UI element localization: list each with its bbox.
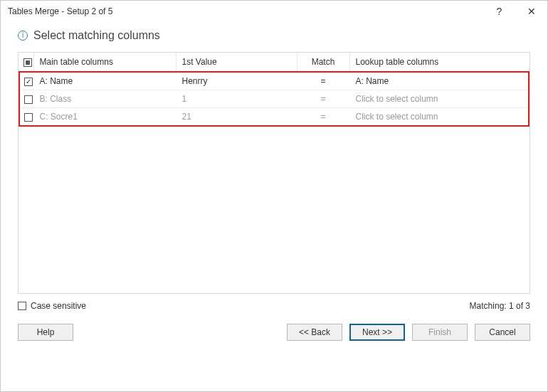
below-table-row: Case sensitive Matching: 1 of 3 bbox=[18, 301, 530, 311]
main-col-cell: C: Socre1 bbox=[33, 108, 176, 127]
dialog-content: i Select matching columns Main table col… bbox=[1, 22, 547, 391]
cancel-button[interactable]: Cancel bbox=[475, 324, 530, 341]
dialog-window: Tables Merge - Setup 2 of 5 ? ✕ i Select… bbox=[0, 0, 548, 392]
table-row[interactable]: B: Class 1 = Click to select column bbox=[19, 90, 529, 108]
first-value-cell: Henrry bbox=[176, 72, 297, 90]
first-value-cell: 1 bbox=[176, 90, 297, 108]
row-checkbox[interactable] bbox=[24, 113, 33, 122]
lookup-cell[interactable]: Click to select column bbox=[349, 108, 529, 127]
header-lookup[interactable]: Lookup table columns bbox=[349, 53, 529, 72]
main-col-cell: B: Class bbox=[33, 90, 176, 108]
header-checkbox-cell[interactable] bbox=[19, 53, 33, 72]
close-button[interactable]: ✕ bbox=[515, 1, 547, 22]
lookup-cell[interactable]: Click to select column bbox=[349, 90, 529, 108]
columns-table-wrap: Main table columns 1st Value Match Looku… bbox=[18, 52, 530, 294]
first-value-cell: 21 bbox=[176, 108, 297, 127]
case-sensitive-option[interactable]: Case sensitive bbox=[18, 301, 86, 311]
rows-highlight-box: ✓ A: Name Henrry = A: Name B: Class 1 = … bbox=[19, 72, 529, 126]
match-cell: = bbox=[297, 90, 349, 108]
matching-count-label: Matching: 1 of 3 bbox=[470, 301, 530, 311]
row-checkbox[interactable]: ✓ bbox=[24, 78, 33, 86]
match-cell: = bbox=[297, 108, 349, 127]
next-button[interactable]: Next >> bbox=[349, 324, 405, 341]
titlebar: Tables Merge - Setup 2 of 5 ? ✕ bbox=[1, 1, 547, 22]
main-col-cell: A: Name bbox=[33, 72, 176, 90]
close-icon: ✕ bbox=[527, 6, 536, 17]
header-match[interactable]: Match bbox=[297, 53, 349, 72]
header-first-value[interactable]: 1st Value bbox=[176, 53, 297, 72]
finish-button: Finish bbox=[412, 324, 468, 341]
match-cell: = bbox=[297, 72, 349, 90]
case-sensitive-checkbox[interactable] bbox=[18, 302, 26, 310]
page-title: Select matching columns bbox=[33, 29, 160, 42]
header-main[interactable]: Main table columns bbox=[33, 53, 176, 72]
footer-buttons: << Back Next >> Finish Cancel bbox=[287, 324, 530, 341]
table-row[interactable]: ✓ A: Name Henrry = A: Name bbox=[19, 72, 529, 90]
info-icon: i bbox=[18, 31, 28, 41]
help-button-footer[interactable]: Help bbox=[18, 324, 73, 341]
columns-table: Main table columns 1st Value Match Looku… bbox=[19, 53, 529, 127]
case-sensitive-label: Case sensitive bbox=[31, 301, 86, 311]
footer: Help << Back Next >> Finish Cancel bbox=[18, 324, 530, 341]
table-row[interactable]: C: Socre1 21 = Click to select column bbox=[19, 108, 529, 127]
window-title: Tables Merge - Setup 2 of 5 bbox=[8, 6, 483, 16]
help-button[interactable]: ? bbox=[483, 1, 515, 22]
lookup-cell[interactable]: A: Name bbox=[349, 72, 529, 90]
heading-row: i Select matching columns bbox=[18, 29, 530, 42]
back-button[interactable]: << Back bbox=[287, 324, 342, 341]
help-icon: ? bbox=[497, 6, 502, 17]
row-checkbox[interactable] bbox=[24, 95, 33, 104]
select-all-checkbox[interactable] bbox=[23, 58, 32, 67]
table-header-row: Main table columns 1st Value Match Looku… bbox=[19, 53, 529, 72]
